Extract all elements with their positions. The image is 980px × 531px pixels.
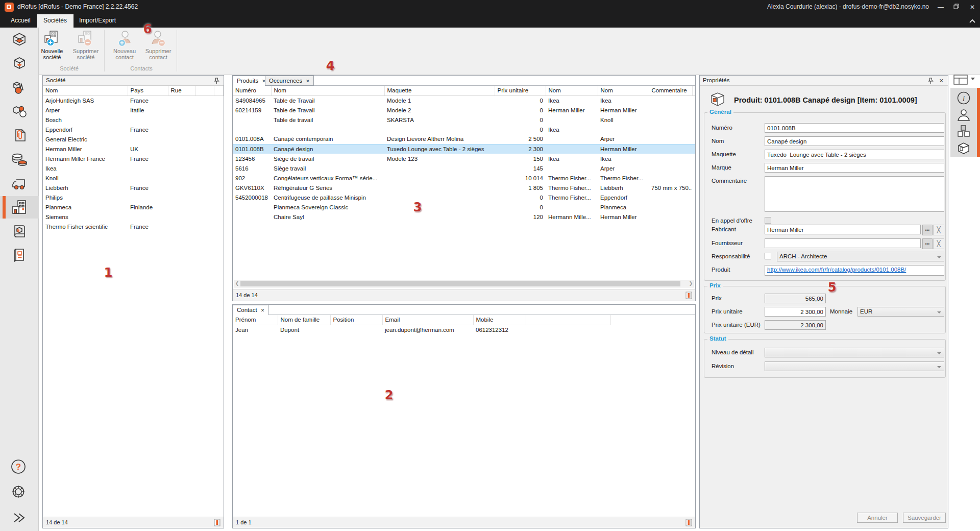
column-header[interactable]: Pays (128, 86, 168, 95)
table-row[interactable]: Chaire Sayl120Hermann Mille...Herman Mil… (233, 212, 695, 222)
product-tab-icon[interactable] (957, 141, 971, 157)
societe-table-header[interactable]: NomPaysRue (43, 86, 224, 95)
column-settings-icon[interactable] (214, 519, 221, 527)
table-row[interactable]: Ikea (43, 163, 224, 173)
cancel-button[interactable]: Annuler (857, 513, 898, 523)
table-row[interactable]: LiebberhFrance (43, 183, 224, 192)
column-header[interactable] (214, 86, 224, 95)
column-header[interactable]: Nom (271, 86, 384, 95)
table-row[interactable]: PlanmecaFinlande (43, 202, 224, 212)
column-header[interactable]: Nom (546, 86, 598, 95)
column-header[interactable]: Rue (168, 86, 195, 95)
scrollbar-thumb[interactable] (240, 281, 680, 286)
table-row[interactable]: Hermann Miller FranceFrance (43, 154, 224, 163)
column-header[interactable]: Nom (43, 86, 128, 95)
sidebar-item-reports[interactable] (0, 244, 39, 267)
produits-table-header[interactable]: NuméroNomMaquettePrix unitaireNomNomComm… (233, 86, 695, 95)
sidebar-item-rooms[interactable] (0, 28, 39, 51)
table-row[interactable]: General Electric (43, 134, 224, 144)
collapse-ribbon-button[interactable] (969, 17, 976, 27)
column-header[interactable]: Prénom (233, 315, 278, 325)
tab-contact[interactable]: Contact✕ (233, 305, 268, 315)
info-tab-icon[interactable]: i (957, 91, 971, 107)
tab-occurrences[interactable]: Occurrences✕ (265, 76, 314, 86)
column-header[interactable] (692, 86, 695, 95)
column-header[interactable]: Maquette (384, 86, 495, 95)
responsabilite-checkbox[interactable] (765, 253, 771, 259)
fabricant-clear-button[interactable]: ╳ (933, 225, 944, 235)
sidebar-item-attachments[interactable] (0, 124, 39, 147)
tab-produits[interactable]: Produits✕ (233, 76, 270, 86)
fabricant-field[interactable] (765, 225, 921, 234)
fournisseur-field[interactable] (765, 238, 921, 248)
sidebar-help-button[interactable]: ? (0, 456, 39, 479)
table-row[interactable]: 0101.008ACanapé comtemporainDesign Lievo… (233, 134, 695, 144)
sidebar-item-catalog[interactable] (0, 220, 39, 243)
table-row[interactable]: 0Ikea (233, 125, 695, 134)
pin-icon[interactable] (214, 78, 219, 85)
table-row[interactable]: JeanDupontjean.dupont@herman.com06123123… (233, 325, 695, 334)
column-header[interactable]: Nom de famille (278, 315, 330, 325)
systems-tab-icon[interactable] (957, 124, 971, 140)
sidebar-item-room-data[interactable] (0, 52, 39, 75)
table-row[interactable]: Thermo Fisher scientificFrance (43, 222, 224, 231)
table-row[interactable]: Bosch (43, 115, 224, 125)
en-appel-offre-checkbox[interactable] (765, 217, 771, 224)
scroll-left-arrow[interactable]: ❮ (234, 281, 240, 286)
commentaire-field[interactable] (765, 176, 944, 212)
column-header[interactable]: Position (330, 315, 382, 325)
contact-table-header[interactable]: PrénomNom de famillePositionEmailMobile (233, 315, 695, 325)
column-settings-icon[interactable] (685, 292, 693, 300)
column-header[interactable]: Mobile (473, 315, 526, 325)
sidebar-item-companies[interactable] (0, 196, 39, 219)
niveau-detail-dropdown[interactable] (765, 348, 944, 357)
sidebar-settings-button[interactable] (0, 481, 39, 504)
sidebar-item-logistics[interactable] (0, 172, 39, 195)
column-header[interactable] (195, 86, 214, 95)
table-row[interactable]: Herman MillerUK (43, 144, 224, 154)
column-header[interactable] (526, 315, 610, 325)
close-tab-icon[interactable]: ✕ (261, 308, 265, 313)
sidebar-item-items[interactable] (0, 76, 39, 99)
sidebar-expand-button[interactable] (0, 508, 39, 530)
column-settings-icon[interactable] (685, 519, 693, 527)
table-row[interactable]: Planmeca Sovereign Classic0Planmeca (233, 202, 695, 212)
table-row[interactable]: Siemens (43, 212, 224, 222)
column-header[interactable]: Numéro (233, 86, 271, 95)
pin-icon[interactable] (928, 78, 934, 85)
table-row[interactable]: 0101.008BCanapé designTuxedo Lounge avec… (233, 144, 695, 154)
table-row[interactable]: ArperItatlie (43, 105, 224, 115)
fournisseur-clear-button[interactable]: ╳ (933, 238, 944, 249)
nom-field[interactable] (765, 136, 944, 146)
produits-horizontal-scrollbar[interactable]: ❮ ❯ (234, 280, 694, 287)
table-row[interactable]: Philips (43, 192, 224, 202)
table-row[interactable]: Knoll (43, 173, 224, 183)
column-header[interactable]: Email (382, 315, 473, 325)
table-row[interactable]: Table de travailSKARSTA0Knoll (233, 115, 695, 125)
column-header[interactable]: Commentaire (649, 86, 692, 95)
produit-url-link[interactable]: http://www.ikea.com/fr/fr/catalog/produc… (767, 267, 906, 273)
sidebar-item-systems[interactable] (0, 100, 39, 123)
sidebar-item-finance[interactable] (0, 148, 39, 171)
menu-tab-societes[interactable]: Sociétés (37, 14, 74, 28)
table-row[interactable]: 5616Siège travail145Arper (233, 163, 695, 173)
scroll-right-arrow[interactable]: ❯ (688, 281, 694, 286)
table-row[interactable]: 123456Siège de travailModele 123150IkeaI… (233, 154, 695, 163)
monnaie-dropdown[interactable]: EUR (857, 307, 944, 317)
fournisseur-browse-button[interactable]: ▪▪▪ (922, 238, 933, 249)
responsabilite-dropdown[interactable]: ARCH - Architecte (777, 252, 944, 261)
minimize-button[interactable]: — (933, 0, 948, 14)
table-row[interactable]: GKV6110XRéfrigérateur G Series1 805Therm… (233, 183, 695, 192)
layout-switcher-button[interactable] (953, 75, 969, 88)
close-button[interactable]: ✕ (965, 0, 980, 14)
table-row[interactable]: 5452000018Centrifugeuse de paillasse Min… (233, 192, 695, 202)
column-header[interactable]: Nom (598, 86, 649, 95)
numero-field[interactable] (765, 123, 944, 133)
revision-dropdown[interactable] (765, 361, 944, 371)
marque-field[interactable] (765, 163, 944, 173)
table-row[interactable]: Lit médicalisés0ArjoHuntleigh...ArjoHunt… (233, 222, 695, 223)
table-row[interactable]: 60214159Table de TravailModele 20Herman … (233, 105, 695, 115)
contacts-tab-icon[interactable] (957, 108, 971, 124)
close-panel-icon[interactable]: ✕ (939, 78, 944, 84)
close-tab-icon[interactable]: ✕ (306, 79, 310, 84)
